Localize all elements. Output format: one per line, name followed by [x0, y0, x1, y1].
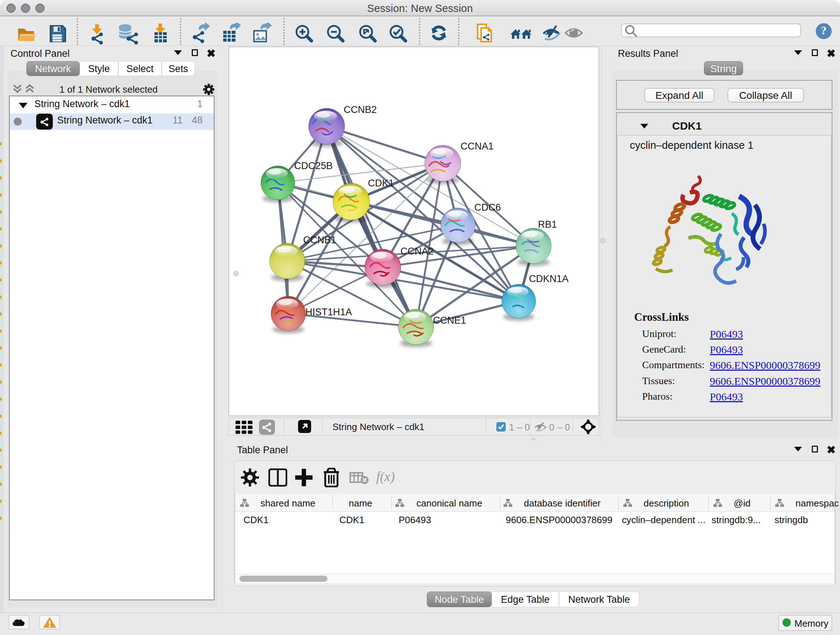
svg-text:CDK1: CDK1	[368, 178, 394, 188]
svg-text:CDC25B: CDC25B	[294, 160, 333, 171]
svg-text:CDC6: CDC6	[474, 202, 501, 213]
svg-text:CCNA1: CCNA1	[461, 141, 494, 152]
svg-text:RB1: RB1	[538, 219, 557, 230]
svg-text:CDKN1A: CDKN1A	[529, 273, 569, 284]
svg-text:?: ?	[821, 24, 827, 37]
svg-text:CCNE1: CCNE1	[433, 315, 466, 326]
svg-text:HIST1H1A: HIST1H1A	[305, 307, 352, 318]
svg-text:CCNB1: CCNB1	[303, 234, 336, 245]
svg-text:CCNB2: CCNB2	[344, 104, 377, 115]
svg-text:CCNA2: CCNA2	[401, 246, 434, 257]
